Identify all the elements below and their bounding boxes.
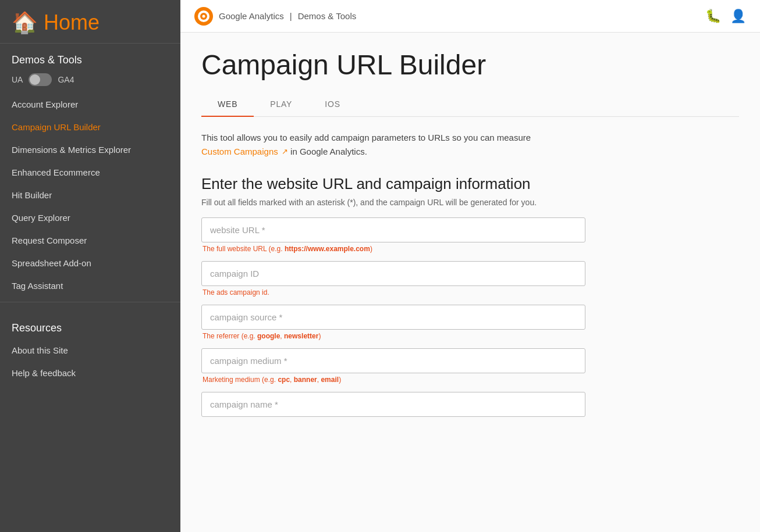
nav-item-help-feedback[interactable]: Help & feedback [0, 362, 180, 384]
campaign-id-input[interactable] [201, 261, 585, 286]
nav-item-campaign-url-builder[interactable]: Campaign URL Builder [0, 116, 180, 138]
ua-ga4-toggle-row: UA GA4 [0, 71, 180, 93]
home-title: Home [44, 10, 100, 35]
top-bar: Google Analytics | Demos & Tools 🐛 👤 [180, 0, 760, 33]
custom-campaigns-link[interactable]: Custom Campaigns ↗ [201, 147, 288, 156]
campaign-id-hint: The ads campaign id. [201, 288, 739, 297]
nav-item-request-composer[interactable]: Request Composer [0, 229, 180, 252]
nav-item-account-explorer[interactable]: Account Explorer [0, 93, 180, 116]
top-bar-demos-label: Demos & Tools [298, 11, 357, 21]
tab-ios[interactable]: IOS [308, 92, 357, 117]
ua-label: UA [12, 75, 23, 84]
ua-ga4-toggle[interactable] [29, 73, 52, 86]
svg-point-3 [203, 15, 205, 17]
section-heading: Enter the website URL and campaign infor… [201, 175, 739, 193]
resources-section: Resources About this Site Help & feedbac… [0, 312, 180, 384]
top-bar-separator: | [290, 11, 292, 21]
nav-item-enhanced-ecommerce[interactable]: Enhanced Ecommerce [0, 161, 180, 184]
campaign-medium-group: Marketing medium (e.g. cpc, banner, emai… [201, 348, 739, 384]
top-bar-ga-label: Google Analytics [219, 11, 284, 21]
campaign-source-group: The referrer (e.g. google, newsletter) [201, 305, 739, 340]
page-title: Campaign URL Builder [201, 50, 739, 81]
bug-icon[interactable]: 🐛 [705, 9, 721, 24]
ga4-label: GA4 [58, 75, 74, 84]
account-icon[interactable]: 👤 [730, 9, 746, 24]
tab-web[interactable]: WEB [201, 92, 254, 117]
website-url-group: The full website URL (e.g. https://www.e… [201, 217, 739, 253]
nav-item-tag-assistant[interactable]: Tag Assistant [0, 274, 180, 297]
nav-item-about-site[interactable]: About this Site [0, 339, 180, 362]
ga-logo-icon [194, 7, 213, 26]
sidebar-divider [0, 302, 180, 302]
home-header[interactable]: 🏠 Home [0, 0, 180, 44]
campaign-medium-input[interactable] [201, 348, 585, 373]
tab-play[interactable]: PLAY [254, 92, 308, 117]
nav-list: Account Explorer Campaign URL Builder Di… [0, 93, 180, 297]
nav-item-hit-builder[interactable]: Hit Builder [0, 184, 180, 206]
description-main: This tool allows you to easily add campa… [201, 133, 531, 142]
external-link-icon: ↗ [282, 146, 288, 158]
resources-title: Resources [0, 312, 180, 339]
sidebar: 🏠 Home Demos & Tools UA GA4 Account Expl… [0, 0, 180, 532]
campaign-name-input[interactable] [201, 392, 585, 417]
campaign-medium-hint: Marketing medium (e.g. cpc, banner, emai… [201, 376, 739, 384]
main-content: Google Analytics | Demos & Tools 🐛 👤 Cam… [180, 0, 760, 532]
section-subtitle: Fill out all fields marked with an aster… [201, 198, 739, 207]
nav-item-query-explorer[interactable]: Query Explorer [0, 206, 180, 229]
tabs: WEB PLAY IOS [201, 92, 739, 117]
nav-item-spreadsheet-addon[interactable]: Spreadsheet Add-on [0, 252, 180, 274]
demos-tools-section-title: Demos & Tools [0, 44, 180, 71]
top-bar-left: Google Analytics | Demos & Tools [194, 7, 356, 26]
website-url-input[interactable] [201, 217, 585, 242]
description-suffix: in Google Analytics. [290, 147, 367, 156]
nav-item-dimensions-metrics[interactable]: Dimensions & Metrics Explorer [0, 138, 180, 161]
campaign-source-input[interactable] [201, 305, 585, 330]
home-icon: 🏠 [12, 12, 38, 33]
page-content: Campaign URL Builder WEB PLAY IOS This t… [180, 33, 760, 441]
campaign-name-group [201, 392, 739, 417]
campaign-source-hint: The referrer (e.g. google, newsletter) [201, 332, 739, 340]
website-url-hint: The full website URL (e.g. https://www.e… [201, 245, 739, 253]
description-text: This tool allows you to easily add campa… [201, 131, 739, 159]
top-bar-icons: 🐛 👤 [705, 9, 746, 24]
campaign-id-group: The ads campaign id. [201, 261, 739, 297]
